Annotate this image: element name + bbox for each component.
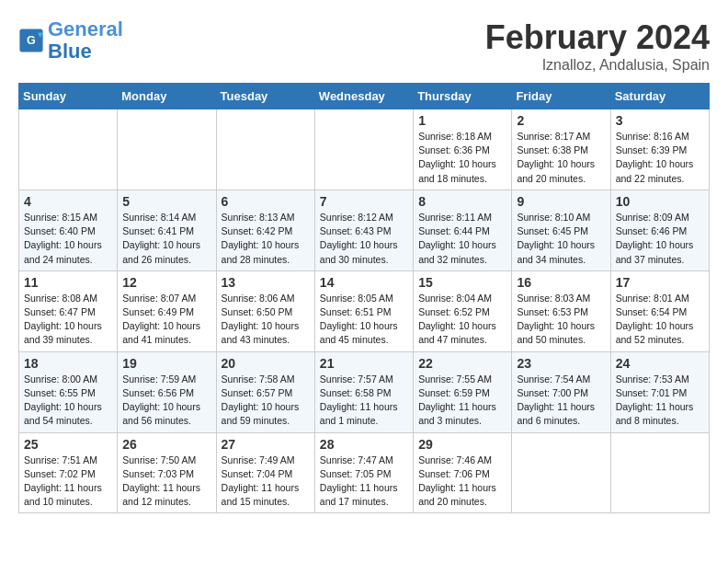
calendar-cell: 21Sunrise: 7:57 AMSunset: 6:58 PMDayligh… [314,351,413,432]
day-info: Sunrise: 8:12 AMSunset: 6:43 PMDaylight:… [320,211,408,267]
day-info: Sunrise: 8:00 AMSunset: 6:55 PMDaylight:… [24,373,112,429]
weekday-header-sunday: Sunday [19,84,118,109]
day-info: Sunrise: 7:59 AMSunset: 6:56 PMDaylight:… [122,373,210,429]
day-info: Sunrise: 8:16 AMSunset: 6:39 PMDaylight:… [616,130,704,186]
day-number: 16 [517,275,605,290]
day-info: Sunrise: 7:46 AMSunset: 7:06 PMDaylight:… [418,454,506,510]
day-info: Sunrise: 8:05 AMSunset: 6:51 PMDaylight:… [320,292,408,348]
day-number: 5 [122,194,210,209]
calendar-cell: 5Sunrise: 8:14 AMSunset: 6:41 PMDaylight… [118,190,216,270]
calendar-cell: 22Sunrise: 7:55 AMSunset: 6:59 PMDayligh… [414,351,512,432]
day-info: Sunrise: 8:15 AMSunset: 6:40 PMDaylight:… [24,211,112,267]
calendar-cell: 3Sunrise: 8:16 AMSunset: 6:39 PMDaylight… [610,109,709,190]
calendar-cell: 29Sunrise: 7:46 AMSunset: 7:06 PMDayligh… [414,432,512,513]
calendar-cell: 10Sunrise: 8:09 AMSunset: 6:46 PMDayligh… [610,190,709,270]
day-number: 21 [320,356,408,371]
weekday-header-tuesday: Tuesday [216,84,314,109]
day-number: 26 [122,437,210,452]
day-info: Sunrise: 8:04 AMSunset: 6:52 PMDaylight:… [418,292,506,348]
day-number: 4 [24,194,112,209]
calendar-cell [118,109,216,190]
day-info: Sunrise: 7:47 AMSunset: 7:05 PMDaylight:… [320,454,408,510]
calendar-cell: 7Sunrise: 8:12 AMSunset: 6:43 PMDaylight… [314,190,413,270]
calendar-cell: 13Sunrise: 8:06 AMSunset: 6:50 PMDayligh… [216,270,314,351]
day-info: Sunrise: 8:14 AMSunset: 6:41 PMDaylight:… [122,211,210,267]
day-number: 25 [24,437,112,452]
day-info: Sunrise: 8:03 AMSunset: 6:53 PMDaylight:… [517,292,605,348]
page-header: G General Blue February 2024 Iznalloz, A… [18,18,710,74]
calendar-cell: 12Sunrise: 8:07 AMSunset: 6:49 PMDayligh… [118,270,216,351]
calendar-table: SundayMondayTuesdayWednesdayThursdayFrid… [18,83,710,513]
day-number: 22 [418,356,506,371]
day-info: Sunrise: 8:17 AMSunset: 6:38 PMDaylight:… [517,130,605,186]
day-number: 18 [24,356,112,371]
calendar-cell [610,432,709,513]
day-number: 1 [418,113,506,128]
day-number: 23 [517,356,605,371]
calendar-cell: 6Sunrise: 8:13 AMSunset: 6:42 PMDaylight… [216,190,314,270]
day-number: 14 [320,275,408,290]
logo-text: General Blue [48,18,123,63]
calendar-cell: 11Sunrise: 8:08 AMSunset: 6:47 PMDayligh… [19,270,118,351]
calendar-cell [19,109,118,190]
day-number: 17 [616,275,704,290]
day-info: Sunrise: 8:07 AMSunset: 6:49 PMDaylight:… [122,292,210,348]
day-info: Sunrise: 8:18 AMSunset: 6:36 PMDaylight:… [418,130,506,186]
day-number: 15 [418,275,506,290]
location: Iznalloz, Andalusia, Spain [485,57,710,74]
logo: G General Blue [18,18,123,63]
day-info: Sunrise: 8:11 AMSunset: 6:44 PMDaylight:… [418,211,506,267]
day-number: 7 [320,194,408,209]
calendar-cell [216,109,314,190]
calendar-cell: 17Sunrise: 8:01 AMSunset: 6:54 PMDayligh… [610,270,709,351]
calendar-cell [512,432,610,513]
calendar-cell: 26Sunrise: 7:50 AMSunset: 7:03 PMDayligh… [118,432,216,513]
day-info: Sunrise: 8:06 AMSunset: 6:50 PMDaylight:… [222,292,310,348]
calendar-cell: 24Sunrise: 7:53 AMSunset: 7:01 PMDayligh… [610,351,709,432]
calendar-cell [314,109,413,190]
day-info: Sunrise: 8:10 AMSunset: 6:45 PMDaylight:… [517,211,605,267]
svg-text:G: G [27,34,36,47]
calendar-cell: 20Sunrise: 7:58 AMSunset: 6:57 PMDayligh… [216,351,314,432]
weekday-header-thursday: Thursday [414,84,512,109]
day-number: 11 [24,275,112,290]
weekday-header-saturday: Saturday [610,84,709,109]
day-number: 8 [418,194,506,209]
calendar-cell: 28Sunrise: 7:47 AMSunset: 7:05 PMDayligh… [314,432,413,513]
day-info: Sunrise: 8:09 AMSunset: 6:46 PMDaylight:… [616,211,704,267]
day-info: Sunrise: 7:53 AMSunset: 7:01 PMDaylight:… [616,373,704,429]
day-info: Sunrise: 7:51 AMSunset: 7:02 PMDaylight:… [24,454,112,510]
day-info: Sunrise: 7:49 AMSunset: 7:04 PMDaylight:… [222,454,310,510]
day-info: Sunrise: 7:57 AMSunset: 6:58 PMDaylight:… [320,373,408,429]
day-number: 29 [418,437,506,452]
day-number: 20 [222,356,310,371]
day-number: 24 [616,356,704,371]
calendar-cell: 16Sunrise: 8:03 AMSunset: 6:53 PMDayligh… [512,270,610,351]
calendar-cell: 18Sunrise: 8:00 AMSunset: 6:55 PMDayligh… [19,351,118,432]
day-number: 3 [616,113,704,128]
calendar-cell: 23Sunrise: 7:54 AMSunset: 7:00 PMDayligh… [512,351,610,432]
weekday-header-friday: Friday [512,84,610,109]
calendar-cell: 9Sunrise: 8:10 AMSunset: 6:45 PMDaylight… [512,190,610,270]
day-number: 28 [320,437,408,452]
day-number: 13 [222,275,310,290]
weekday-header-wednesday: Wednesday [314,84,413,109]
day-number: 2 [517,113,605,128]
calendar-cell: 27Sunrise: 7:49 AMSunset: 7:04 PMDayligh… [216,432,314,513]
calendar-cell: 14Sunrise: 8:05 AMSunset: 6:51 PMDayligh… [314,270,413,351]
day-info: Sunrise: 8:01 AMSunset: 6:54 PMDaylight:… [616,292,704,348]
day-info: Sunrise: 8:13 AMSunset: 6:42 PMDaylight:… [222,211,310,267]
calendar-cell: 2Sunrise: 8:17 AMSunset: 6:38 PMDaylight… [512,109,610,190]
calendar-cell: 1Sunrise: 8:18 AMSunset: 6:36 PMDaylight… [414,109,512,190]
day-number: 9 [517,194,605,209]
day-number: 6 [222,194,310,209]
day-number: 10 [616,194,704,209]
calendar-cell: 15Sunrise: 8:04 AMSunset: 6:52 PMDayligh… [414,270,512,351]
month-title: February 2024 [485,18,710,57]
day-number: 19 [122,356,210,371]
day-info: Sunrise: 7:55 AMSunset: 6:59 PMDaylight:… [418,373,506,429]
day-info: Sunrise: 8:08 AMSunset: 6:47 PMDaylight:… [24,292,112,348]
calendar-cell: 19Sunrise: 7:59 AMSunset: 6:56 PMDayligh… [118,351,216,432]
day-info: Sunrise: 7:54 AMSunset: 7:00 PMDaylight:… [517,373,605,429]
day-number: 12 [122,275,210,290]
